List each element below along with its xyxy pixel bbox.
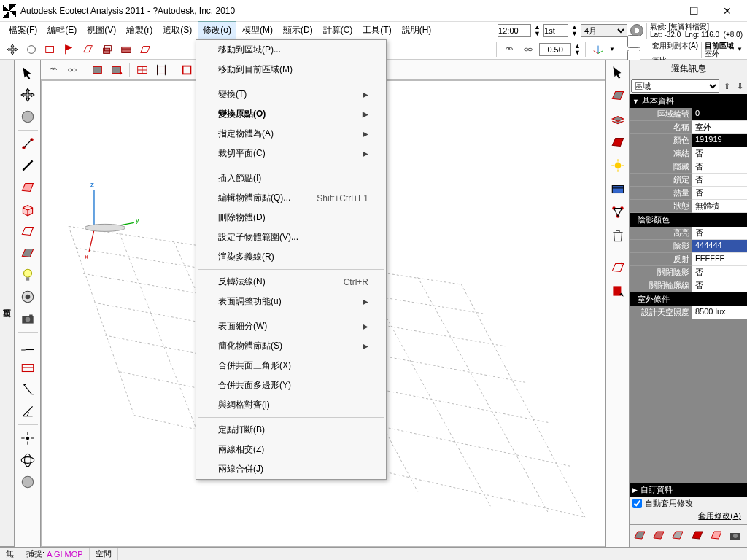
- menu-tools[interactable]: 工具(T): [358, 22, 395, 39]
- pan-tool-icon[interactable]: [17, 85, 39, 105]
- apply-changes-button[interactable]: 套用修改(A): [632, 509, 744, 523]
- menu-item[interactable]: 兩線相交(Z): [196, 440, 386, 459]
- center-tool-icon[interactable]: [17, 428, 39, 448]
- extrude-icon[interactable]: [99, 42, 115, 58]
- menu-item[interactable]: 渲染多義線(R): [196, 247, 386, 267]
- grid-spacing-input[interactable]: [539, 43, 571, 56]
- menu-item[interactable]: 合併共面三角形(X): [196, 356, 386, 376]
- endpoint-tool-icon[interactable]: [17, 335, 39, 356]
- link2-icon[interactable]: [520, 42, 536, 58]
- frame-s-icon[interactable]: [153, 62, 169, 78]
- section-basic-header[interactable]: ▼基本資料: [630, 94, 747, 108]
- menu-item[interactable]: 反轉法線(N)Ctrl+R: [196, 272, 386, 292]
- menu-modify[interactable]: 修改(o): [198, 21, 236, 39]
- rect-s2-icon[interactable]: [109, 62, 125, 78]
- bb3-icon[interactable]: [670, 528, 686, 544]
- property-value[interactable]: FFFFFF: [692, 253, 747, 266]
- menu-view[interactable]: 視圖(V): [82, 22, 120, 39]
- property-value[interactable]: 否: [692, 227, 747, 240]
- menu-edit[interactable]: 編輯(E): [43, 22, 81, 39]
- zone-add-icon[interactable]: +: [608, 258, 627, 277]
- menu-help[interactable]: 說明(H): [398, 22, 436, 39]
- menu-item[interactable]: 設定子物體範圍(V)...: [196, 228, 386, 247]
- time-spinner-icon[interactable]: ▲▼: [534, 24, 541, 37]
- link-s-icon[interactable]: [45, 62, 61, 78]
- bb2-icon[interactable]: [651, 528, 667, 544]
- menu-item[interactable]: 變換(T)▶: [196, 85, 386, 104]
- section-shadow-header[interactable]: 陰影顏色: [630, 213, 747, 227]
- menu-item[interactable]: 與網格對齊(l): [196, 395, 386, 415]
- spin-buttons-icon[interactable]: ▲▼: [574, 43, 581, 56]
- angle-tool-icon[interactable]: [17, 401, 39, 421]
- link-icon[interactable]: [501, 42, 517, 58]
- camera-tool-icon[interactable]: [17, 308, 39, 329]
- bb5-icon[interactable]: [709, 528, 725, 544]
- menu-draw[interactable]: 繪製(r): [122, 22, 157, 39]
- bb-camera-icon[interactable]: [728, 528, 744, 544]
- menu-item[interactable]: 插入節點(I): [196, 168, 386, 188]
- section-custom-header[interactable]: ▶自訂資料: [630, 483, 747, 497]
- link-s2-icon[interactable]: [64, 62, 80, 78]
- panel-icon[interactable]: [118, 42, 134, 58]
- sphere2-tool-icon[interactable]: [17, 472, 39, 492]
- sun-tool-icon[interactable]: [608, 156, 627, 175]
- shear-icon[interactable]: [137, 42, 153, 58]
- zone-selector[interactable]: 區域: [631, 79, 719, 93]
- property-value[interactable]: 否: [692, 147, 747, 160]
- wall-tool-icon[interactable]: [17, 221, 39, 241]
- axes-dropdown-icon[interactable]: ▼: [609, 46, 615, 52]
- caliper-tool-icon[interactable]: [17, 379, 39, 400]
- menu-item[interactable]: 兩線合併(J): [196, 459, 386, 479]
- close-button[interactable]: ✕: [711, 0, 744, 22]
- menu-item[interactable]: 裁切平面(C)▶: [196, 144, 386, 163]
- menu-file[interactable]: 檔案(F): [4, 22, 42, 39]
- red-square-icon[interactable]: [179, 62, 195, 78]
- property-value[interactable]: 否: [692, 266, 747, 279]
- rotate-tool-icon[interactable]: [23, 42, 39, 58]
- property-value[interactable]: 8500 lux: [692, 306, 747, 319]
- menu-item[interactable]: 表面調整功能(u)▶: [196, 292, 386, 311]
- line-tool-icon[interactable]: [17, 155, 39, 176]
- property-value[interactable]: 444444: [692, 240, 747, 253]
- menu-item[interactable]: 合併共面多邊形(Y): [196, 376, 386, 395]
- menu-item[interactable]: 移動到目前區域(M): [196, 60, 386, 79]
- next-zone-icon[interactable]: ⇩: [734, 82, 746, 91]
- section-outdoor-header[interactable]: 室外條件: [630, 292, 747, 306]
- property-value[interactable]: 191919: [692, 134, 747, 147]
- flag-red-icon[interactable]: [61, 42, 77, 58]
- window-tool-icon[interactable]: [17, 357, 39, 378]
- orbit-tool-icon[interactable]: [17, 450, 39, 470]
- property-value[interactable]: 無體積: [692, 200, 747, 213]
- para-red-icon[interactable]: [80, 42, 96, 58]
- box-tool-icon[interactable]: [17, 199, 39, 219]
- menu-item[interactable]: 指定物體為(A)▶: [196, 124, 386, 144]
- bulb-tool-icon[interactable]: [17, 265, 39, 285]
- property-value[interactable]: 否: [692, 160, 747, 174]
- menu-select[interactable]: 選取(S): [158, 22, 196, 39]
- prev-zone-icon[interactable]: ⇧: [721, 82, 732, 91]
- day-input[interactable]: [543, 24, 568, 37]
- time-input[interactable]: [498, 24, 531, 37]
- menu-item[interactable]: 刪除物體(D): [196, 208, 386, 228]
- menu-item[interactable]: 編輯物體節點(Q)...Shift+Ctrl+F1: [196, 188, 386, 208]
- speaker-tool-icon[interactable]: [17, 287, 39, 307]
- menu-item[interactable]: 移動到區域(P)...: [196, 40, 386, 60]
- menu-calc[interactable]: 計算(C): [319, 22, 357, 39]
- menu-item[interactable]: 定點打斷(B): [196, 420, 386, 440]
- vertex-tool-icon[interactable]: [17, 133, 39, 154]
- cursor-icon[interactable]: [608, 63, 627, 82]
- menu-item[interactable]: 表面細分(W)▶: [196, 316, 386, 336]
- menu-item[interactable]: 簡化物體節點(S)▶: [196, 336, 386, 356]
- box-red-icon[interactable]: [42, 42, 58, 58]
- axes-icon[interactable]: [590, 42, 606, 58]
- minimize-button[interactable]: —: [643, 0, 677, 22]
- menu-display[interactable]: 顯示(D): [279, 22, 317, 39]
- arrow-tool-icon[interactable]: [17, 63, 39, 83]
- day-spinner-icon[interactable]: ▲▼: [571, 24, 578, 37]
- rect-s1-icon[interactable]: [90, 62, 106, 78]
- network-icon[interactable]: [608, 203, 627, 222]
- material-icon[interactable]: [608, 133, 627, 152]
- grid-s-icon[interactable]: [134, 62, 150, 78]
- property-value[interactable]: 0: [692, 108, 747, 121]
- auto-apply-checkbox[interactable]: 自動套用修改: [632, 498, 744, 509]
